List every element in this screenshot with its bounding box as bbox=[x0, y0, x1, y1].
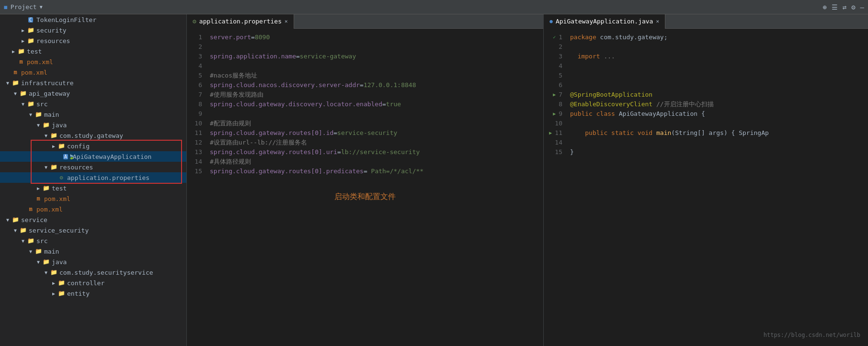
left-code-line-8: spring.cloud.gateway.discovery.locator.e… bbox=[210, 100, 543, 109]
icon-settings[interactable]: ⚙ bbox=[851, 3, 855, 11]
tree-item-java[interactable]: ▼📁java bbox=[0, 120, 186, 130]
right-line-num-5: 5 bbox=[548, 71, 562, 80]
tree-label-com-study-sec: com.study.securityservice bbox=[59, 269, 153, 276]
tree-label-test: test bbox=[27, 48, 42, 55]
tree-icon-java2: 📁 bbox=[42, 258, 50, 266]
tree-label-test2: test bbox=[52, 185, 67, 192]
left-code-line-14: #具体路径规则 bbox=[210, 157, 543, 167]
tree-item-security[interactable]: ▶📁security bbox=[0, 25, 186, 35]
tree-arrow-java: ▼ bbox=[34, 123, 42, 128]
right-line-num-6: 6 bbox=[548, 80, 562, 90]
tree-item-src[interactable]: ▼📁src bbox=[0, 99, 186, 109]
right-editor-panel: ● ApiGatewayApplication.java ✕ ✓123456▶7… bbox=[544, 14, 868, 346]
tree-item-service_security[interactable]: ▼📁service_security bbox=[0, 225, 186, 235]
tree-arrow-resources: ▶ bbox=[19, 38, 27, 44]
icon-split[interactable]: ⇄ bbox=[843, 3, 846, 11]
icon-minimize[interactable]: — bbox=[860, 3, 864, 11]
left-line-num-11: 11 bbox=[191, 128, 202, 138]
left-line-num-3: 3 bbox=[191, 52, 202, 61]
left-line-num-1: 1 bbox=[191, 33, 202, 42]
tree-icon-api_gateway: 📁 bbox=[19, 89, 27, 97]
tree-item-test[interactable]: ▶📁test bbox=[0, 46, 186, 56]
right-line-num-9: ▶9 bbox=[548, 109, 562, 119]
project-icon: ◼ bbox=[4, 3, 8, 11]
icon-globe[interactable]: ⊕ bbox=[822, 3, 826, 11]
java-tab-icon: ● bbox=[549, 18, 553, 24]
tree-arrow-api_gateway: ▼ bbox=[11, 91, 19, 96]
left-code-line-7: #使用服务发现路由 bbox=[210, 90, 543, 100]
left-code-line-6: spring.cloud.nacos.discovery.server-addr… bbox=[210, 80, 543, 90]
left-line-num-15: 15 bbox=[191, 167, 202, 176]
tree-icon-test: 📁 bbox=[17, 47, 25, 55]
left-line-num-7: 7 bbox=[191, 90, 202, 100]
tree-icon-main2: 📁 bbox=[34, 247, 42, 255]
tree-item-entity[interactable]: ▶📁entity bbox=[0, 288, 186, 299]
tree-arrow-security: ▶ bbox=[19, 28, 27, 33]
tree-item-resources2[interactable]: ▼📁resources bbox=[0, 162, 186, 172]
tree-item-pom3[interactable]: mpom.xml bbox=[0, 193, 186, 204]
tree-icon-service: 📁 bbox=[11, 216, 19, 223]
tree-item-src2[interactable]: ▼📁src bbox=[0, 235, 186, 246]
tree-label-pom3: pom.xml bbox=[44, 195, 70, 202]
right-tab-java[interactable]: ● ApiGatewayApplication.java ✕ bbox=[544, 14, 665, 29]
tree-item-infrastrucutre[interactable]: ▼📁infrastrucutre bbox=[0, 78, 186, 88]
tree-arrow-src2: ▼ bbox=[19, 238, 27, 244]
right-code-editor[interactable]: ✓123456▶78▶910▶111415 package com.study.… bbox=[544, 29, 868, 346]
left-code-line-9 bbox=[210, 109, 543, 119]
tree-item-token-filter[interactable]: CTokenLoginFilter bbox=[0, 14, 186, 25]
tree-icon-token-filter: C bbox=[27, 16, 34, 23]
tree-item-pom2[interactable]: mpom.xml bbox=[0, 67, 186, 78]
left-line-num-6: 6 bbox=[191, 80, 202, 90]
tree-icon-pom1: m bbox=[17, 58, 25, 66]
left-code-editor[interactable]: 123456789101112131415 server.port=8090sp… bbox=[187, 29, 543, 346]
left-tab-props[interactable]: ⚙ application.properties ✕ bbox=[187, 14, 294, 29]
left-line-num-8: 8 bbox=[191, 100, 202, 109]
tree-icon-entity: 📁 bbox=[57, 290, 65, 297]
tree-item-main[interactable]: ▼📁main bbox=[0, 109, 186, 120]
right-line-num-11: ▶11 bbox=[548, 128, 562, 138]
tree-label-src: src bbox=[36, 100, 47, 108]
tree-item-resources[interactable]: ▶📁resources bbox=[0, 35, 186, 46]
tree-arrow-main2: ▼ bbox=[27, 249, 34, 254]
tree-label-java: java bbox=[52, 122, 67, 129]
tree-arrow-test2: ▶ bbox=[34, 186, 42, 191]
tree-item-api_gateway[interactable]: ▼📁api_gateway bbox=[0, 88, 186, 99]
tree-label-infrastrucutre: infrastrucutre bbox=[21, 79, 74, 87]
editor-area: ⚙ application.properties ✕ 1234567891011… bbox=[187, 14, 868, 346]
title-bar: ◼ Project ▼ ⊕ ☰ ⇄ ⚙ — bbox=[0, 0, 868, 14]
right-line-num-3: 3 bbox=[548, 52, 562, 61]
right-code-line-15: } bbox=[570, 147, 868, 157]
icon-list[interactable]: ☰ bbox=[832, 3, 838, 11]
tree-item-service[interactable]: ▼📁service bbox=[0, 214, 186, 225]
tree-item-com-study-sec[interactable]: ▼📁com.study.securityservice bbox=[0, 267, 186, 278]
tree-item-controller[interactable]: ▶📁controller bbox=[0, 278, 186, 288]
left-code-line-12: #设置路由url--lb://注册服务名 bbox=[210, 138, 543, 147]
right-code-line-14 bbox=[570, 138, 868, 147]
tree-item-test2[interactable]: ▶📁test bbox=[0, 183, 186, 193]
tree-item-pom4[interactable]: mpom.xml bbox=[0, 204, 186, 214]
right-code-content: package com.study.gateway; import ...@Sp… bbox=[566, 29, 868, 346]
tree-item-com-study-gateway[interactable]: ▼📁com.study.gateway bbox=[0, 130, 186, 141]
left-code-line-1: server.port=8090 bbox=[210, 33, 543, 42]
tree-item-config[interactable]: ▶📁config bbox=[0, 141, 186, 151]
tree-item-api-gateway-app[interactable]: A🍃ApiGatewayApplication bbox=[0, 151, 186, 162]
tree-arrow-service_security: ▼ bbox=[11, 228, 19, 233]
left-line-numbers: 123456789101112131415 bbox=[187, 29, 206, 346]
tree-icon-resources2: 📁 bbox=[50, 163, 57, 171]
tree-item-java2[interactable]: ▼📁java bbox=[0, 257, 186, 267]
right-code-line-2 bbox=[570, 42, 868, 52]
tree-label-pom4: pom.xml bbox=[36, 206, 63, 213]
tree-item-main2[interactable]: ▼📁main bbox=[0, 246, 186, 257]
right-line-num-8: 8 bbox=[548, 100, 562, 109]
dropdown-arrow[interactable]: ▼ bbox=[40, 4, 43, 10]
tree-icon-service_security: 📁 bbox=[19, 226, 27, 234]
tree-item-pom1[interactable]: mpom.xml bbox=[0, 56, 186, 67]
right-line-num-14: 14 bbox=[548, 138, 562, 147]
props-tab-close[interactable]: ✕ bbox=[285, 18, 288, 24]
main-layout: CTokenLoginFilter▶📁security▶📁resources▶📁… bbox=[0, 14, 868, 346]
tree-icon-com-study-sec: 📁 bbox=[50, 268, 57, 276]
java-tab-close[interactable]: ✕ bbox=[656, 18, 659, 24]
left-code-content: server.port=8090spring.application.name=… bbox=[206, 29, 543, 346]
tree-item-app-props[interactable]: ⚙application.properties bbox=[0, 172, 186, 183]
tree-icon-pom3: m bbox=[34, 195, 42, 202]
